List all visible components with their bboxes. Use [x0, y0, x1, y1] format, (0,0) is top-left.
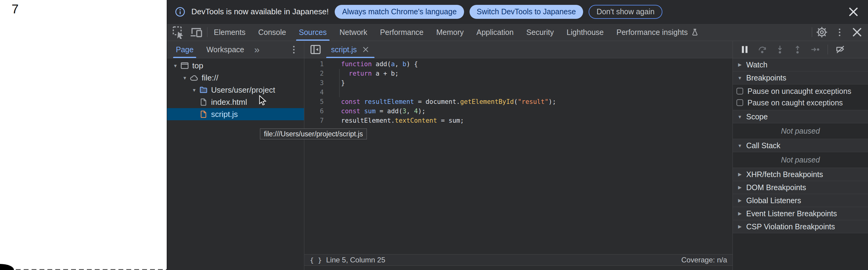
code-line-4[interactable]: 4: [304, 88, 733, 97]
tree-item-top[interactable]: ▼top: [167, 60, 304, 72]
indent-guide: [339, 88, 340, 97]
tab-console[interactable]: Console: [252, 24, 292, 41]
section-event-listener-breakpoints[interactable]: ▶Event Listener Breakpoints: [733, 207, 868, 220]
tree-item-users-user-project[interactable]: ▼Users/user/project: [167, 84, 304, 96]
expander-right-icon: ▶: [735, 185, 744, 190]
more-tabs-icon[interactable]: »: [251, 41, 263, 58]
line-number[interactable]: 6: [304, 107, 324, 116]
devtools-close-icon[interactable]: [849, 26, 865, 39]
expander-right-icon: ▶: [735, 224, 744, 229]
gear-icon[interactable]: [814, 26, 830, 39]
code-text: const resultElement = document.getElemen…: [324, 97, 556, 107]
tab-memory[interactable]: Memory: [430, 24, 470, 41]
tab-performance[interactable]: Performance: [374, 24, 430, 41]
editor-tab-script-js[interactable]: script.js: [325, 41, 376, 58]
expander-down-icon[interactable]: ▼: [171, 63, 180, 68]
checkbox-label: Pause on uncaught exceptions: [747, 87, 851, 96]
expander-right-icon: ▶: [735, 211, 744, 216]
section-call-stack[interactable]: ▼Call Stack: [733, 139, 868, 152]
tab-performance-insights[interactable]: Performance insights: [610, 24, 705, 41]
info-icon: [175, 7, 185, 17]
tab-lighthouse[interactable]: Lighthouse: [560, 24, 610, 41]
code-line-3[interactable]: 3}: [304, 78, 733, 88]
code-line-5[interactable]: 5const resultElement = document.getEleme…: [304, 97, 733, 107]
checkbox-row-pause-on-caught-exceptions[interactable]: Pause on caught exceptions: [733, 97, 868, 109]
pause-icon[interactable]: [740, 44, 750, 55]
tree-item-label: script.js: [211, 110, 238, 119]
tab-sources[interactable]: Sources: [292, 24, 333, 41]
section-watch[interactable]: ▶Watch: [733, 58, 868, 71]
sources-panel: PageWorkspace » ▼top▼file://▼Users/user/…: [167, 41, 868, 270]
switch-to-japanese-button[interactable]: Switch DevTools to Japanese: [469, 5, 583, 19]
tree-item-index-html[interactable]: index.html: [167, 96, 304, 108]
expander-down-icon: ▼: [735, 143, 744, 148]
expander-down-icon[interactable]: ▼: [189, 87, 199, 93]
section-csp-violation-breakpoints[interactable]: ▶CSP Violation Breakpoints: [733, 220, 868, 233]
tree-item-file[interactable]: ▼file://: [167, 72, 304, 84]
pretty-print-icon[interactable]: { }: [310, 256, 322, 264]
tree-item-script-js[interactable]: script.js: [167, 108, 304, 120]
step-out-icon[interactable]: [793, 44, 803, 55]
tab-label: Elements: [214, 28, 245, 37]
main-toolbar: ElementsConsoleSourcesNetworkPerformance…: [167, 24, 868, 41]
tab-elements[interactable]: Elements: [208, 24, 252, 41]
step-icon[interactable]: [810, 44, 820, 55]
line-number[interactable]: 1: [304, 60, 324, 69]
tab-label: Console: [258, 28, 286, 37]
file-icon: [199, 110, 208, 119]
tab-application[interactable]: Application: [470, 24, 520, 41]
tab-security[interactable]: Security: [520, 24, 560, 41]
dont-show-again-button[interactable]: Don't show again: [589, 5, 662, 19]
navigator-sidebar: PageWorkspace » ▼top▼file://▼Users/user/…: [167, 41, 304, 270]
checkbox[interactable]: [737, 99, 743, 106]
expander-down-icon[interactable]: ▼: [180, 75, 189, 81]
expander-right-icon: ▶: [735, 198, 744, 203]
line-number[interactable]: 5: [304, 97, 324, 107]
section-xhr-fetch-breakpoints[interactable]: ▶XHR/fetch Breakpoints: [733, 168, 868, 181]
tab-label: Performance: [380, 28, 423, 37]
code-line-6[interactable]: 6const sum = add(3, 4);: [304, 107, 733, 116]
section-dom-breakpoints[interactable]: ▶DOM Breakpoints: [733, 181, 868, 194]
tab-network[interactable]: Network: [333, 24, 374, 41]
device-toolbar-icon[interactable]: [189, 26, 203, 39]
code-line-7[interactable]: 7resultElement.textContent = sum;: [304, 116, 733, 125]
navigator-kebab-menu-icon[interactable]: [288, 43, 300, 56]
inspect-icon[interactable]: [172, 26, 185, 39]
navigator-tab-workspace[interactable]: Workspace: [200, 41, 251, 58]
editor-bottom-strip: [304, 266, 733, 270]
code-line-1[interactable]: 1function add(a, b) {: [304, 60, 733, 69]
not-paused-message: Not paused: [733, 123, 868, 139]
tab-label: Lighthouse: [566, 28, 603, 37]
checkbox-row-pause-on-uncaught-exceptions[interactable]: Pause on uncaught exceptions: [733, 85, 868, 97]
navigator-tab-page[interactable]: Page: [169, 41, 200, 58]
section-label: XHR/fetch Breakpoints: [746, 170, 823, 179]
step-into-icon[interactable]: [775, 44, 785, 55]
checkbox[interactable]: [737, 88, 743, 94]
line-number[interactable]: 3: [304, 78, 324, 88]
infobar-buttons: Always match Chrome's languageSwitch Dev…: [335, 5, 662, 19]
tree-item-label: index.html: [211, 97, 247, 107]
line-number[interactable]: 7: [304, 116, 324, 125]
tab-label: Application: [476, 28, 514, 37]
code-text: resultElement.textContent = sum;: [324, 116, 464, 125]
code-line-2[interactable]: 2 return a + b;: [304, 69, 733, 78]
step-over-icon[interactable]: [757, 44, 768, 55]
deactivate-breakpoints-icon[interactable]: [835, 44, 845, 55]
navigator-tabs: PageWorkspace: [169, 41, 251, 58]
editor-pane: script.js 1function add(a, b) {2 return …: [304, 41, 733, 270]
line-number[interactable]: 2: [304, 69, 324, 78]
section-scope[interactable]: ▼Scope: [733, 110, 868, 123]
kebab-menu-icon[interactable]: [832, 26, 847, 39]
always-match-language-button[interactable]: Always match Chrome's language: [335, 5, 464, 19]
section-label: Breakpoints: [746, 73, 786, 82]
folder-icon: [199, 85, 208, 94]
toggle-navigator-icon[interactable]: [309, 43, 322, 56]
infobar-close-icon[interactable]: [847, 5, 860, 19]
tab-close-icon[interactable]: [362, 46, 370, 54]
code-editor[interactable]: 1function add(a, b) {2 return a + b;3}45…: [304, 58, 733, 254]
section-breakpoints[interactable]: ▼Breakpoints: [733, 71, 868, 84]
section-global-listeners[interactable]: ▶Global Listeners: [733, 194, 868, 207]
tree-item-label: Users/user/project: [211, 85, 275, 95]
line-number[interactable]: 4: [304, 88, 324, 97]
tree-item-label: top: [192, 61, 203, 70]
